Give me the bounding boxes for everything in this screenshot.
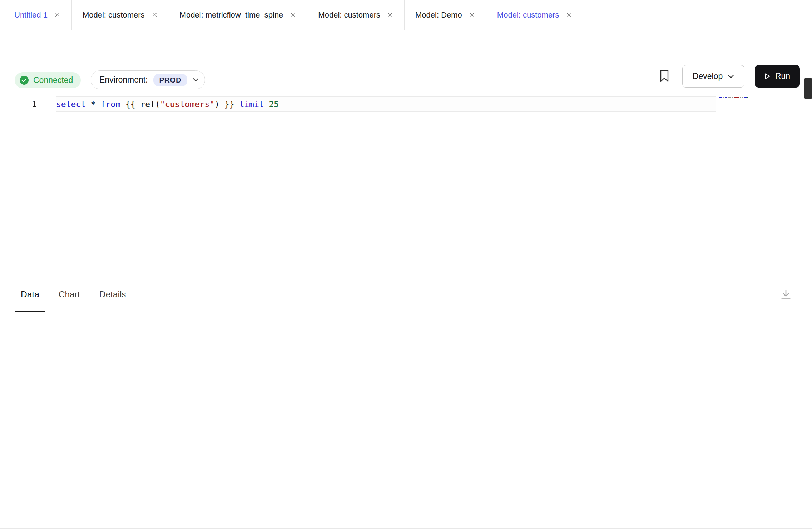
close-icon[interactable] <box>54 11 61 18</box>
editor-tab[interactable]: Model: customers <box>486 0 584 30</box>
check-circle-icon <box>19 75 29 85</box>
tab-label: Model: customers <box>497 10 559 20</box>
editor-tab[interactable]: Model: customers <box>72 0 169 30</box>
line-number: 1 <box>26 96 42 112</box>
code-line: select * from {{ ref("customers") }} lim… <box>56 100 279 109</box>
editor-tab[interactable]: Model: Demo <box>405 0 486 30</box>
dbt-ide-window: Untitled 1Model: customersModel: metricf… <box>0 0 812 531</box>
results-tab-details[interactable]: Details <box>94 277 132 312</box>
editor-tab[interactable]: Model: metricflow_time_spine <box>169 0 308 30</box>
tab-bar: Untitled 1Model: customersModel: metricf… <box>0 0 812 30</box>
connection-status-badge: Connected <box>15 72 81 88</box>
bookmark-icon[interactable] <box>659 69 670 83</box>
toolbar: Develop Run <box>0 30 812 63</box>
editor-minimap <box>719 95 762 100</box>
results-tabs: DataChartDetails <box>0 277 812 312</box>
tab-label: Model: Demo <box>415 10 462 20</box>
close-icon[interactable] <box>565 11 572 18</box>
results-tab-chart[interactable]: Chart <box>53 277 86 312</box>
chevron-down-icon <box>193 78 199 82</box>
editor-tab[interactable]: Untitled 1 <box>0 0 72 30</box>
sql-editor-active-line[interactable]: select * from {{ ref("customers") }} lim… <box>56 96 716 112</box>
run-label: Run <box>775 71 790 81</box>
environment-badge: PROD <box>153 74 188 86</box>
editor-tab[interactable]: Model: customers <box>307 0 405 30</box>
new-tab-button[interactable] <box>583 0 607 30</box>
tab-label: Model: metricflow_time_spine <box>180 10 283 20</box>
connection-status-label: Connected <box>33 75 73 85</box>
tab-label: Model: customers <box>318 10 380 20</box>
chevron-down-icon <box>728 74 734 79</box>
download-icon[interactable] <box>779 288 792 301</box>
environment-selector[interactable]: Environment: PROD <box>91 70 205 89</box>
bottom-divider <box>0 528 812 529</box>
close-icon[interactable] <box>469 11 475 18</box>
results-tab-data[interactable]: Data <box>15 277 45 312</box>
plus-icon <box>590 10 600 20</box>
play-icon <box>764 73 771 80</box>
develop-label: Develop <box>693 71 723 81</box>
tab-label: Untitled 1 <box>14 10 48 20</box>
close-icon[interactable] <box>151 11 158 18</box>
results-panel: DataChartDetails i Input query to run ag… <box>0 277 812 531</box>
environment-label: Environment: <box>99 75 148 85</box>
develop-button[interactable]: Develop <box>682 65 744 88</box>
close-icon[interactable] <box>387 11 393 18</box>
run-button[interactable]: Run <box>755 65 800 88</box>
tab-label: Model: customers <box>83 10 145 20</box>
close-icon[interactable] <box>289 11 296 18</box>
editor-scrollbar[interactable] <box>804 78 812 99</box>
